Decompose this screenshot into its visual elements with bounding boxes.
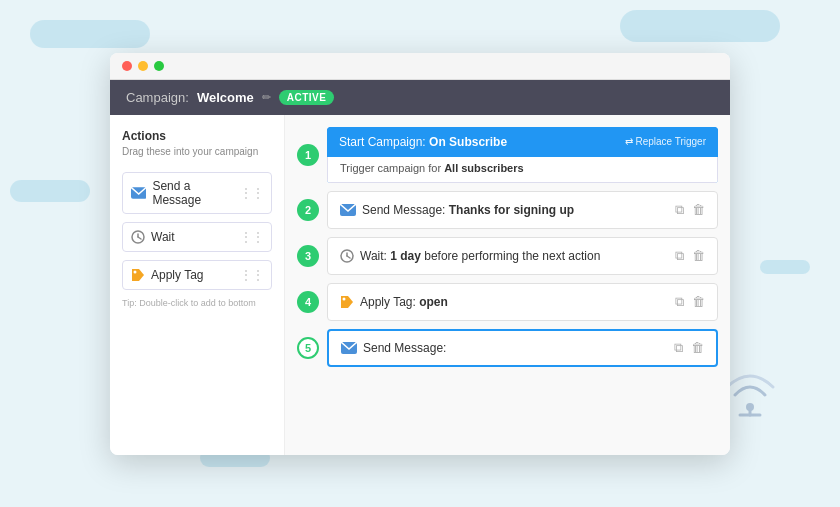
title-bar <box>110 53 730 80</box>
svg-line-11 <box>347 256 350 258</box>
svg-line-6 <box>138 237 141 239</box>
browser-window: Campaign: Welcome ✏ ACTIVE Actions Drag … <box>110 53 730 455</box>
step-3-row: 3 Wait: 1 day before performing the next… <box>297 237 718 275</box>
bg-decoration-2 <box>620 10 780 42</box>
tag-icon <box>131 268 145 282</box>
step-3-card: Wait: 1 day before performing the next a… <box>327 237 718 275</box>
wait-label: Wait <box>151 230 175 244</box>
step-4-text: Apply Tag: open <box>360 295 448 309</box>
step-1-number: 1 <box>297 144 319 166</box>
step-2-number: 2 <box>297 199 319 221</box>
drag-handle-tag[interactable]: ⋮⋮ <box>239 267 263 283</box>
svg-point-7 <box>134 270 137 273</box>
step-3-text: Wait: 1 day before performing the next a… <box>360 249 600 263</box>
step-4-tag-icon <box>340 295 354 309</box>
campaign-label: Campaign: <box>126 90 189 105</box>
wait-icon <box>131 230 145 244</box>
step-5-number: 5 <box>297 337 319 359</box>
window-minimize-dot[interactable] <box>138 61 148 71</box>
window-close-dot[interactable] <box>122 61 132 71</box>
step-4-copy-button[interactable]: ⧉ <box>675 294 684 310</box>
sidebar: Actions Drag these into your campaign Se… <box>110 115 285 455</box>
campaign-content: 1 Start Campaign: On Subscribe ⇄ Replace… <box>285 115 730 455</box>
active-badge: ACTIVE <box>279 90 335 105</box>
step-5-text: Send Message: <box>363 341 446 355</box>
step-2-row: 2 Send Message: Thanks for signing up ⧉ <box>297 191 718 229</box>
step-5-row: 5 Send Message: ⧉ 🗑 <box>297 329 718 367</box>
apply-tag-label: Apply Tag <box>151 268 203 282</box>
send-message-label: Send a Message <box>152 179 239 207</box>
step-3-wait-icon <box>340 249 354 263</box>
step-2-copy-button[interactable]: ⧉ <box>675 202 684 218</box>
bg-decoration-6 <box>760 260 810 274</box>
main-layout: Actions Drag these into your campaign Se… <box>110 115 730 455</box>
svg-point-12 <box>343 297 346 300</box>
step-3-delete-button[interactable]: 🗑 <box>692 248 705 263</box>
step-5-card[interactable]: Send Message: ⧉ 🗑 <box>327 329 718 367</box>
action-apply-tag[interactable]: Apply Tag ⋮⋮ <box>122 260 272 290</box>
replace-trigger-button[interactable]: ⇄ Replace Trigger <box>625 136 706 147</box>
step-2-mail-icon <box>340 204 356 216</box>
step-2-text: Send Message: Thanks for signing up <box>362 203 574 217</box>
sidebar-subtitle: Drag these into your campaign <box>122 145 272 158</box>
sidebar-title: Actions <box>122 129 272 143</box>
bg-decoration-3 <box>10 180 90 202</box>
drag-handle-send[interactable]: ⋮⋮ <box>239 185 263 201</box>
campaign-name: Welcome <box>197 90 254 105</box>
edit-icon[interactable]: ✏ <box>262 91 271 104</box>
step-4-card: Apply Tag: open ⧉ 🗑 <box>327 283 718 321</box>
step-4-row: 4 Apply Tag: open ⧉ 🗑 <box>297 283 718 321</box>
step-5-mail-icon <box>341 342 357 354</box>
step-2-delete-button[interactable]: 🗑 <box>692 202 705 217</box>
step-1-subtitle: Trigger campaign for All subscribers <box>327 157 718 183</box>
app-header: Campaign: Welcome ✏ ACTIVE <box>110 80 730 115</box>
step-4-number: 4 <box>297 291 319 313</box>
mail-icon <box>131 187 146 199</box>
step-3-number: 3 <box>297 245 319 267</box>
step-1-title: Start Campaign: On Subscribe <box>339 135 507 149</box>
action-wait[interactable]: Wait ⋮⋮ <box>122 222 272 252</box>
step-1-row: 1 Start Campaign: On Subscribe ⇄ Replace… <box>297 127 718 183</box>
action-send-message[interactable]: Send a Message ⋮⋮ <box>122 172 272 214</box>
tip-text: Tip: Double-click to add to bottom <box>122 298 272 308</box>
step-2-card: Send Message: Thanks for signing up ⧉ 🗑 <box>327 191 718 229</box>
step-4-delete-button[interactable]: 🗑 <box>692 294 705 309</box>
step-1-card: Start Campaign: On Subscribe ⇄ Replace T… <box>327 127 718 183</box>
bg-decoration-1 <box>30 20 150 48</box>
window-maximize-dot[interactable] <box>154 61 164 71</box>
step-3-copy-button[interactable]: ⧉ <box>675 248 684 264</box>
step-5-delete-button[interactable]: 🗑 <box>691 340 704 355</box>
drag-handle-wait[interactable]: ⋮⋮ <box>239 229 263 245</box>
step-5-copy-button[interactable]: ⧉ <box>674 340 683 356</box>
